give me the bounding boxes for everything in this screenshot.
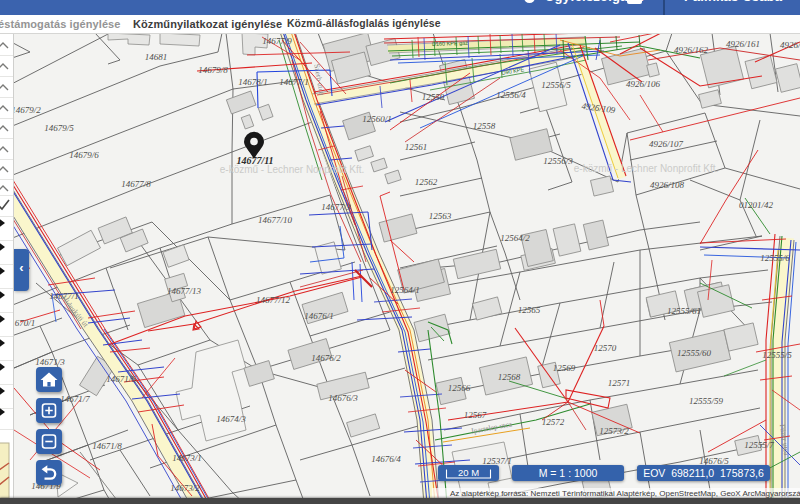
svg-text:12560/1: 12560/1 <box>362 114 392 124</box>
svg-text:12556/4: 12556/4 <box>496 90 526 100</box>
svg-text:12558: 12558 <box>473 121 496 131</box>
svg-text:12555/60: 12555/60 <box>677 348 712 358</box>
svg-text:14671/3: 14671/3 <box>35 357 65 367</box>
svg-text:12561: 12561 <box>405 142 428 152</box>
svg-text:12567: 12567 <box>464 410 487 420</box>
svg-text:14677/8: 14677/8 <box>121 179 151 189</box>
svg-text:12555/5: 12555/5 <box>762 350 792 360</box>
svg-text:14677/12: 14677/12 <box>256 295 291 305</box>
svg-text:12568: 12568 <box>498 372 521 382</box>
svg-text:12564/2: 12564/2 <box>500 233 530 243</box>
svg-text:4926/107: 4926/107 <box>649 139 684 149</box>
svg-text:14671/7: 14671/7 <box>60 394 90 404</box>
svg-text:12571: 12571 <box>608 378 631 388</box>
svg-text:4926/161: 4926/161 <box>726 39 760 49</box>
svg-text:14674/3: 14674/3 <box>216 414 246 424</box>
svg-text:14679/5: 14679/5 <box>44 123 74 133</box>
svg-text:14677/13: 14677/13 <box>167 286 202 296</box>
svg-text:14673/2: 14673/2 <box>170 483 200 493</box>
svg-text:12555/7: 12555/7 <box>744 440 774 450</box>
svg-text:14671/6: 14671/6 <box>106 374 136 384</box>
svg-text:12562: 12562 <box>415 177 438 187</box>
svg-text:14681: 14681 <box>145 52 168 62</box>
svg-text:12565: 12565 <box>518 305 541 315</box>
svg-text:12569: 12569 <box>553 363 576 373</box>
svg-text:14679/6: 14679/6 <box>69 150 99 160</box>
svg-text:12572: 12572 <box>542 417 565 427</box>
svg-text:12573/2: 12573/2 <box>599 426 629 436</box>
svg-text:12555/59: 12555/59 <box>689 396 724 406</box>
svg-text:01201/42: 01201/42 <box>739 200 774 210</box>
svg-text:14677/3: 14677/3 <box>321 202 351 212</box>
svg-text:14676/4: 14676/4 <box>371 454 401 464</box>
svg-text:12559: 12559 <box>422 92 445 102</box>
svg-text:14677/10: 14677/10 <box>258 215 293 225</box>
svg-text:12556/3: 12556/3 <box>543 156 573 166</box>
svg-text:12570: 12570 <box>594 343 617 353</box>
svg-text:12564/1: 12564/1 <box>390 285 420 295</box>
svg-text:4926/163: 4926/163 <box>780 40 800 50</box>
svg-text:12563: 12563 <box>429 211 452 221</box>
svg-text:12555/6: 12555/6 <box>760 253 790 263</box>
svg-text:4926/162: 4926/162 <box>674 45 709 55</box>
svg-text:12555/61: 12555/61 <box>667 306 701 316</box>
svg-text:14676/2: 14676/2 <box>311 353 341 363</box>
svg-text:D160 KPE gáz: D160 KPE gáz <box>432 40 469 47</box>
svg-text:14676/1: 14676/1 <box>304 311 334 321</box>
svg-text:4926/108: 4926/108 <box>650 180 685 190</box>
svg-text:12566: 12566 <box>448 383 471 393</box>
svg-text:14678/1: 14678/1 <box>238 77 268 87</box>
svg-text:14671/8: 14671/8 <box>92 441 122 451</box>
svg-text:14679/2: 14679/2 <box>11 105 41 115</box>
svg-text:14679/8: 14679/8 <box>198 65 228 75</box>
svg-text:e-közmű - Lechner Nonprofit Kf: e-közmű - Lechner Nonprofit Kft. <box>574 163 719 174</box>
svg-text:14677/1: 14677/1 <box>279 77 309 87</box>
svg-text:670/1: 670/1 <box>15 318 36 328</box>
svg-text:4926/106: 4926/106 <box>626 79 661 89</box>
svg-text:14677/9: 14677/9 <box>262 36 292 46</box>
svg-text:14673/1: 14673/1 <box>172 453 202 463</box>
svg-text:12556/5: 12556/5 <box>541 80 571 90</box>
svg-text:14676/3: 14676/3 <box>328 393 358 403</box>
